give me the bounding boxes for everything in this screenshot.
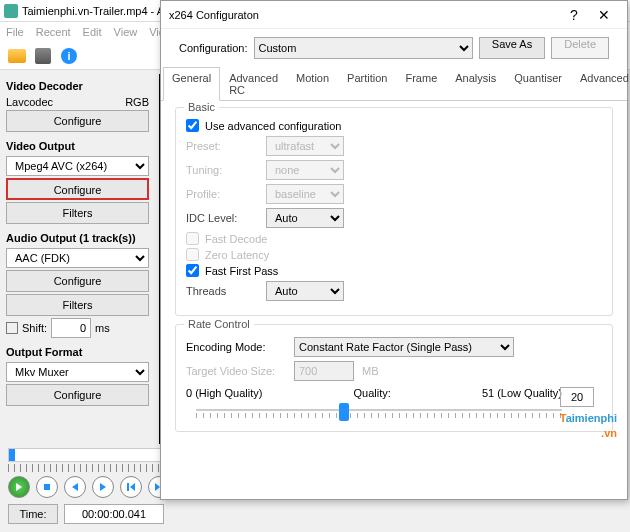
quality-low-label: 0 (High Quality): [186, 387, 262, 399]
tab-general[interactable]: General: [163, 67, 220, 101]
video-output-heading: Video Output: [6, 140, 149, 152]
play-button[interactable]: [8, 476, 30, 498]
audio-output-select[interactable]: AAC (FDK): [6, 248, 149, 268]
tuning-select: none: [266, 160, 344, 180]
lavcodec-label: Lavcodec: [6, 96, 53, 108]
quality-label: Quality:: [354, 387, 391, 399]
basic-group: Basic Use advanced configuration Preset:…: [175, 107, 613, 316]
threads-label: Threads: [186, 285, 258, 297]
configuration-label: Configuration:: [179, 42, 248, 54]
quality-slider[interactable]: [196, 401, 562, 421]
fast-first-label: Fast First Pass: [205, 265, 278, 277]
video-output-select[interactable]: Mpeg4 AVC (x264): [6, 156, 149, 176]
menu-recent[interactable]: Recent: [36, 26, 71, 38]
shift-input[interactable]: [51, 318, 91, 338]
threads-select[interactable]: Auto: [266, 281, 344, 301]
open-button[interactable]: [6, 45, 28, 67]
tab-frame[interactable]: Frame: [396, 67, 446, 101]
output-format-heading: Output Format: [6, 346, 149, 358]
prev-frame-button[interactable]: [64, 476, 86, 498]
preset-select: ultrafast: [266, 136, 344, 156]
audio-configure-button[interactable]: Configure: [6, 270, 149, 292]
configuration-select[interactable]: Custom: [254, 37, 473, 59]
muxer-configure-button[interactable]: Configure: [6, 384, 149, 406]
fast-decode-checkbox: [186, 232, 199, 245]
basic-label: Basic: [184, 101, 219, 113]
ms-label: ms: [95, 322, 110, 334]
dialog-title: x264 Configuraton: [169, 9, 259, 21]
video-filters-button[interactable]: Filters: [6, 202, 149, 224]
disk-icon: [35, 48, 51, 64]
shift-checkbox[interactable]: [6, 322, 18, 334]
dialog-titlebar: x264 Configuraton ? ✕: [161, 1, 627, 29]
menu-view[interactable]: View: [114, 26, 138, 38]
info-icon: i: [61, 48, 77, 64]
target-size-input: [294, 361, 354, 381]
profile-label: Profile:: [186, 188, 258, 200]
use-advanced-label: Use advanced configuration: [205, 120, 341, 132]
time-label: Time:: [8, 504, 58, 524]
target-size-label: Target Video Size:: [186, 365, 286, 377]
next-frame-button[interactable]: [92, 476, 114, 498]
menu-file[interactable]: File: [6, 26, 24, 38]
slider-thumb-icon[interactable]: [339, 403, 349, 421]
preset-label: Preset:: [186, 140, 258, 152]
tabbar: General Advanced RC Motion Partition Fra…: [161, 67, 627, 101]
info-button[interactable]: i: [58, 45, 80, 67]
shift-label: Shift:: [22, 322, 47, 334]
muxer-select[interactable]: Mkv Muxer: [6, 362, 149, 382]
video-configure-button[interactable]: Configure: [6, 178, 149, 200]
tab-advanced[interactable]: Advanced: [571, 67, 630, 101]
zero-latency-label: Zero Latency: [205, 249, 269, 261]
x264-dialog: x264 Configuraton ? ✕ Configuration: Cus…: [160, 0, 628, 500]
fast-decode-label: Fast Decode: [205, 233, 267, 245]
use-advanced-checkbox[interactable]: [186, 119, 199, 132]
quality-high-label: 51 (Low Quality): [482, 387, 562, 399]
video-decoder-heading: Video Decoder: [6, 80, 149, 92]
audio-output-heading: Audio Output (1 track(s)): [6, 232, 149, 244]
tab-advanced-rc[interactable]: Advanced RC: [220, 67, 287, 101]
mb-label: MB: [362, 365, 379, 377]
dialog-help-button[interactable]: ?: [559, 7, 589, 23]
watermark: Taimienphi .vn: [560, 404, 617, 439]
idc-label: IDC Level:: [186, 212, 258, 224]
zero-latency-checkbox: [186, 248, 199, 261]
prev-key-button[interactable]: [120, 476, 142, 498]
tuning-label: Tuning:: [186, 164, 258, 176]
rate-control-label: Rate Control: [184, 318, 254, 330]
save-button[interactable]: [32, 45, 54, 67]
folder-icon: [8, 49, 26, 63]
tab-analysis[interactable]: Analysis: [446, 67, 505, 101]
stop-button[interactable]: [36, 476, 58, 498]
encoding-mode-label: Encoding Mode:: [186, 341, 286, 353]
rgb-label: RGB: [125, 96, 149, 108]
decoder-configure-button[interactable]: Configure: [6, 110, 149, 132]
tab-partition[interactable]: Partition: [338, 67, 396, 101]
svg-rect-0: [44, 484, 50, 490]
menu-edit[interactable]: Edit: [83, 26, 102, 38]
idc-select[interactable]: Auto: [266, 208, 344, 228]
dialog-close-button[interactable]: ✕: [589, 7, 619, 23]
audio-filters-button[interactable]: Filters: [6, 294, 149, 316]
tab-quantiser[interactable]: Quantiser: [505, 67, 571, 101]
rate-control-group: Rate Control Encoding Mode:Constant Rate…: [175, 324, 613, 432]
profile-select: baseline: [266, 184, 344, 204]
time-input[interactable]: [64, 504, 164, 524]
app-icon: [4, 4, 18, 18]
tab-motion[interactable]: Motion: [287, 67, 338, 101]
save-as-button[interactable]: Save As: [479, 37, 545, 59]
fast-first-checkbox[interactable]: [186, 264, 199, 277]
delete-button[interactable]: Delete: [551, 37, 609, 59]
encoding-mode-select[interactable]: Constant Rate Factor (Single Pass): [294, 337, 514, 357]
